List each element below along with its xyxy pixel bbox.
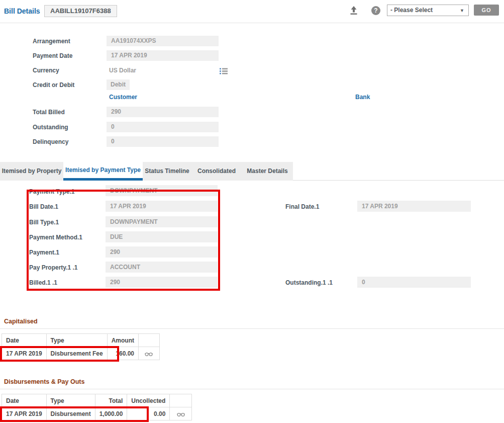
currency-label: Currency <box>33 67 59 74</box>
capitalised-divider <box>0 328 504 329</box>
billed-1-1-field: 290 <box>106 277 218 288</box>
credit-or-debit-label: Credit or Debit <box>33 81 74 89</box>
page-title: Bill Details <box>4 7 40 15</box>
pay-property-1-1-field: ACCOUNT <box>106 262 218 273</box>
action-select-value: - Please Select <box>390 7 433 14</box>
disbursements-heading: Disbursements & Pay Outs <box>4 378 84 385</box>
col-header-type: Type <box>46 394 95 407</box>
final-date-1-label: Final Date.1 <box>285 203 319 210</box>
disbursements-data-row: 17 APR 2019 Disbursement 1,000.00 0.00 <box>2 407 192 420</box>
cell-type: Disbursement <box>46 407 95 420</box>
bill-date-1-field: 17 APR 2019 <box>106 201 218 212</box>
billed-1-1-label: Billed.1 .1 <box>29 279 57 286</box>
delinquency-field: 0 <box>107 136 219 147</box>
header-divider <box>0 23 504 23</box>
payment-date-label: Payment Date <box>33 52 72 59</box>
currency-value: US Dollar <box>109 67 136 74</box>
upload-icon[interactable] <box>349 6 359 15</box>
capitalised-heading: Capitalised <box>4 318 38 325</box>
final-date-1-field: 17 APR 2019 <box>357 201 471 212</box>
outstanding-label: Outstanding <box>33 124 68 131</box>
cell-view <box>138 347 159 360</box>
outstanding-1-1-label: Outstanding.1 .1 <box>285 279 333 286</box>
credit-or-debit-field: Debit <box>107 79 130 90</box>
payment-1-field: 290 <box>106 246 218 258</box>
view-details-glasses-icon[interactable] <box>177 411 185 417</box>
col-header-date: Date <box>2 394 47 407</box>
bill-type-1-label: Bill Type.1 <box>29 219 59 226</box>
payment-type-1-label: Payment Type.1 <box>29 188 74 195</box>
cell-amount: 160.00 <box>107 347 138 360</box>
col-header-amount: Amount <box>107 334 138 347</box>
arrangement-label: Arrangement <box>33 38 70 45</box>
action-select[interactable]: - Please Select ▼ <box>387 5 469 16</box>
bill-id-field: AABILL19107F6388 <box>44 5 117 17</box>
col-header-uncollected: Uncollected <box>127 394 170 407</box>
bill-date-1-label: Bill Date.1 <box>29 203 58 210</box>
cell-date: 17 APR 2019 <box>2 407 47 420</box>
cell-date: 17 APR 2019 <box>2 347 47 360</box>
tab-status-timeline[interactable]: Status Timeline <box>143 162 191 181</box>
bill-details-page: Bill Details AABILL19107F6388 ? - Please… <box>0 0 504 423</box>
list-lookup-icon[interactable] <box>220 68 228 74</box>
view-details-glasses-icon[interactable] <box>145 351 153 357</box>
delinquency-label: Delinquency <box>33 138 68 145</box>
cell-type: Disbursement Fee <box>46 347 107 360</box>
capitalised-table: Date Type Amount 17 APR 2019 Disbursemen… <box>2 333 160 360</box>
tab-consolidated[interactable]: Consolidated <box>191 162 242 181</box>
disbursements-table: Date Type Total Uncollected 17 APR 2019 … <box>2 394 192 420</box>
go-button[interactable]: GO <box>474 5 499 16</box>
col-header-date: Date <box>2 334 47 347</box>
payment-type-1-field: DOWNPAYMENT <box>106 185 218 196</box>
chevron-down-icon: ▼ <box>460 6 464 16</box>
payment-method-1-field: DUE <box>106 231 218 242</box>
bank-link[interactable]: Bank <box>355 94 370 101</box>
cell-uncollected: 0.00 <box>127 407 170 420</box>
tab-bar: Itemised by Property Itemised by Payment… <box>0 162 504 181</box>
disbursements-header-row: Date Type Total Uncollected <box>2 394 192 407</box>
total-billed-label: Total Billed <box>33 109 65 116</box>
disbursements-divider <box>0 389 504 389</box>
col-header-type: Type <box>46 334 107 347</box>
tab-master-details[interactable]: Master Details <box>242 162 293 181</box>
col-header-actions <box>170 394 192 407</box>
outstanding-1-1-field: 0 <box>357 277 471 288</box>
col-header-total: Total <box>95 394 127 407</box>
cell-total: 1,000.00 <box>95 407 127 420</box>
bill-type-1-field: DOWNPAYMENT <box>106 216 218 227</box>
capitalised-header-row: Date Type Amount <box>2 334 160 347</box>
capitalised-data-row: 17 APR 2019 Disbursement Fee 160.00 <box>2 347 160 360</box>
payment-method-1-label: Payment Method.1 <box>29 234 82 241</box>
customer-link[interactable]: Customer <box>109 94 137 101</box>
tab-itemised-by-payment-type[interactable]: Itemised by Payment Type <box>63 162 143 181</box>
arrangement-field: AA191074XXPS <box>107 36 219 46</box>
cell-view <box>170 407 192 420</box>
outstanding-field: 0 <box>107 122 219 132</box>
help-icon[interactable]: ? <box>371 6 380 15</box>
pay-property-1-1-label: Pay Property.1 .1 <box>29 264 78 271</box>
col-header-actions <box>138 334 159 347</box>
total-billed-field: 290 <box>107 107 219 117</box>
tab-itemised-by-property[interactable]: Itemised by Property <box>0 162 63 181</box>
payment-1-label: Payment.1 <box>29 249 59 256</box>
payment-date-field: 17 APR 2019 <box>107 50 219 61</box>
